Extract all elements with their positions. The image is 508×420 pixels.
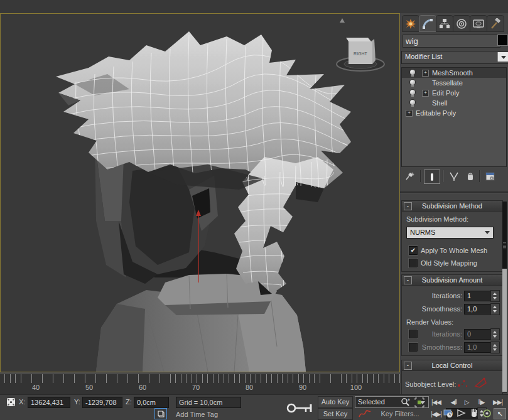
stack-item-label: Editable Poly <box>416 108 456 118</box>
iterations-spinner[interactable] <box>490 290 500 302</box>
frame-label: 40 <box>25 384 46 391</box>
collapse-minus-icon[interactable]: - <box>404 362 412 370</box>
rollout-local-control: - Local Control Subobject Level: <box>401 360 503 396</box>
track-bar[interactable]: 40 50 60 70 80 90 100 <box>0 372 400 394</box>
tab-hierarchy[interactable] <box>436 15 453 32</box>
y-coordinate-field[interactable]: -1239,708 <box>82 397 122 408</box>
render-iterations-field[interactable]: 0 <box>464 329 491 340</box>
motion-icon <box>456 18 467 30</box>
visibility-bulb-icon[interactable] <box>410 90 415 95</box>
object-name-input[interactable] <box>403 35 500 48</box>
stack-item-editable-poly[interactable]: + Editable Poly <box>402 108 506 118</box>
iterations-label: Iterations: <box>402 292 462 299</box>
next-frame-button[interactable]: ‖▶ <box>473 396 489 408</box>
chevron-down-icon[interactable] <box>497 52 508 62</box>
smoothness-field[interactable]: 1,0 <box>464 304 491 315</box>
pan-button[interactable] <box>468 408 480 418</box>
visibility-bulb-icon[interactable] <box>410 70 415 75</box>
track-bar-labels: 40 50 60 70 80 90 100 <box>0 383 400 393</box>
tab-motion[interactable] <box>453 15 470 32</box>
visibility-bulb-icon[interactable] <box>410 80 415 85</box>
render-values-label: Render Values: <box>406 318 453 326</box>
subobject-edge-icon[interactable] <box>473 377 489 389</box>
smoothness-spinner[interactable] <box>490 303 500 315</box>
configure-sets-icon <box>485 171 495 181</box>
show-end-result-button[interactable] <box>424 170 440 184</box>
create-icon <box>405 18 416 30</box>
visibility-bulb-icon[interactable] <box>410 100 415 105</box>
collapse-minus-icon[interactable]: - <box>404 276 412 284</box>
hierarchy-icon <box>439 18 450 30</box>
apply-to-whole-mesh-checkbox[interactable]: ✔ <box>409 246 418 255</box>
svg-text:v: v <box>262 279 265 285</box>
frame-label: 80 <box>239 384 260 391</box>
time-configuration-button[interactable] <box>442 408 453 418</box>
rollout-header-subdivision-method[interactable]: - Subdivision Method <box>402 201 502 212</box>
iterations-field[interactable]: 1 <box>464 291 491 301</box>
tab-display[interactable] <box>470 15 487 32</box>
subdivision-method-dropdown[interactable]: NURMS <box>406 227 494 239</box>
stack-item-tessellate[interactable]: Tessellate <box>402 78 506 88</box>
object-color-swatch[interactable] <box>497 35 508 46</box>
subdivision-method-value: NURMS <box>410 229 435 236</box>
modifier-stack-list[interactable]: + MeshSmooth Tessellate + Edit Poly Shel… <box>401 67 507 167</box>
pan-hand-icon <box>470 409 478 418</box>
subobject-vertex-icon[interactable] <box>456 378 470 389</box>
panel-divider <box>400 191 508 193</box>
panel-scrollbar[interactable] <box>502 202 507 393</box>
render-smoothness-checkbox[interactable] <box>409 343 418 352</box>
transform-typein-icon[interactable] <box>5 397 18 407</box>
orbit-button[interactable] <box>481 408 492 418</box>
selection-lock-toggle[interactable] <box>154 408 167 419</box>
modifier-list-dropdown[interactable]: Modifier List <box>401 51 508 64</box>
zoom-button[interactable]: ± <box>399 396 412 408</box>
zoom-extents-button[interactable] <box>413 396 426 408</box>
configure-modifier-sets-button[interactable] <box>483 170 498 183</box>
stack-item-label: Shell <box>432 98 447 108</box>
rollout-header-subdivision-amount[interactable]: - Subdivision Amount <box>402 275 502 286</box>
goto-start-button[interactable]: |◀◀ <box>428 396 444 408</box>
rollout-header-local-control[interactable]: - Local Control <box>402 360 502 371</box>
viewport-right[interactable]: v RIGHT <box>0 13 400 372</box>
z-coordinate-field[interactable]: 0,0cm <box>134 397 169 408</box>
maximize-viewport-toggle[interactable]: ↖ <box>494 408 506 419</box>
expand-plus-icon[interactable]: + <box>422 90 429 97</box>
play-button[interactable]: ▷ <box>461 396 472 408</box>
stack-item-shell[interactable]: Shell <box>402 98 506 108</box>
set-key-big-key-icon[interactable] <box>286 400 315 416</box>
expand-plus-icon[interactable]: + <box>422 70 429 77</box>
goto-end-button[interactable]: ▶▶| <box>490 396 505 408</box>
render-iterations-spinner[interactable] <box>490 328 500 340</box>
x-coordinate-field[interactable]: 13624,431 <box>28 397 70 408</box>
key-filters-button[interactable]: Key Filters... <box>374 408 426 420</box>
remove-modifier-button[interactable] <box>463 170 478 183</box>
application-window: v RIGHT <box>0 0 508 420</box>
render-smoothness-field[interactable]: 1,0 <box>464 342 491 353</box>
make-unique-button[interactable] <box>446 170 462 183</box>
render-smoothness-spinner[interactable] <box>490 342 500 353</box>
frame-label: 50 <box>78 384 100 391</box>
set-key-button[interactable]: Set Key <box>318 408 353 420</box>
tab-utilities[interactable] <box>487 15 504 32</box>
tab-create[interactable] <box>402 15 419 32</box>
collapse-minus-icon[interactable]: - <box>404 202 412 210</box>
add-time-tag[interactable]: Add Time Tag <box>176 411 218 418</box>
orbit-icon <box>482 409 492 418</box>
z-label: Z: <box>126 398 132 406</box>
expand-plus-icon[interactable]: + <box>406 110 413 117</box>
show-end-result-icon <box>428 172 436 182</box>
old-style-mapping-checkbox[interactable] <box>409 259 418 267</box>
pin-stack-button[interactable] <box>403 170 418 183</box>
render-smoothness-label: Smoothness: <box>419 343 462 351</box>
stack-item-edit-poly[interactable]: + Edit Poly <box>402 88 506 98</box>
rollout-subdivision-method: - Subdivision Method Subdivision Method:… <box>401 200 503 272</box>
default-tangents-icon[interactable] <box>358 409 372 419</box>
previous-frame-button[interactable]: ◀‖ <box>446 396 462 408</box>
render-iterations-checkbox[interactable] <box>409 330 418 338</box>
track-bar-ticks <box>0 374 400 383</box>
auto-key-button[interactable]: Auto Key <box>318 396 353 408</box>
maximize-icon: ↖ <box>497 410 502 418</box>
stack-item-meshsmooth[interactable]: + MeshSmooth <box>402 68 506 78</box>
field-of-view-button[interactable] <box>456 408 467 418</box>
tab-modify[interactable] <box>419 15 436 32</box>
